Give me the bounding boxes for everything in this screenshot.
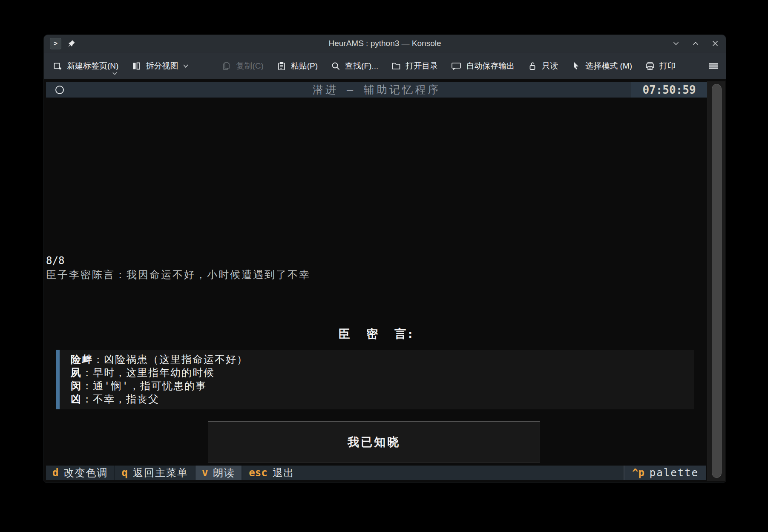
- unlock-icon: [527, 61, 538, 71]
- printer-icon: [645, 61, 655, 71]
- konsole-app-icon: >: [50, 38, 61, 49]
- paste-label: 粘贴(P): [291, 60, 318, 72]
- new-tab-menu-arrow-icon: [112, 72, 118, 75]
- paste-button[interactable]: 粘贴(P): [276, 60, 318, 72]
- note-desc: ：早时，这里指年幼的时候: [82, 367, 215, 379]
- new-tab-button[interactable]: 新建标签页(N): [52, 60, 118, 72]
- print-label: 打印: [659, 60, 676, 72]
- find-button[interactable]: 查找(F)...: [331, 60, 378, 72]
- close-button[interactable]: [710, 39, 720, 48]
- minimize-button[interactable]: [671, 39, 681, 48]
- footer-binding-change-theme[interactable]: d 改变色调: [46, 466, 114, 480]
- read-only-button[interactable]: 只读: [527, 60, 558, 72]
- note-term: 险衅: [71, 354, 93, 365]
- autosave-output-button[interactable]: 自动保存输出: [451, 60, 515, 72]
- tui-header: 潜进 – 辅助记忆程序 07:50:59: [46, 82, 707, 98]
- note-line: 夙：早时，这里指年幼的时候: [71, 366, 694, 380]
- prompt-sentence: 臣子李密陈言：我因命运不好，小时候遭遇到了不幸: [46, 268, 311, 282]
- paste-icon: [276, 61, 287, 71]
- key-label: 朗读: [213, 466, 235, 480]
- acknowledge-button[interactable]: 我已知晓: [208, 421, 540, 463]
- acknowledge-button-label: 我已知晓: [348, 434, 400, 450]
- verse-line: 臣 密 言:: [46, 326, 707, 342]
- footer-binding-read-aloud[interactable]: v 朗读: [195, 466, 242, 480]
- key-badge: v: [202, 466, 208, 480]
- output-bubble-icon: [451, 61, 462, 71]
- footer-spacer: [301, 466, 624, 480]
- print-button[interactable]: 打印: [645, 60, 676, 72]
- titlebar: > HeurAMS : python3 — Konsole: [44, 35, 726, 52]
- autosave-output-label: 自动保存输出: [466, 60, 515, 72]
- new-tab-icon: [52, 61, 63, 71]
- footer-binding-quit[interactable]: esc 退出: [242, 466, 301, 480]
- select-mode-label: 选择模式 (M): [585, 60, 632, 72]
- key-badge: ^p: [632, 466, 644, 480]
- new-tab-label: 新建标签页(N): [67, 60, 118, 72]
- key-badge: esc: [249, 466, 267, 480]
- footer-binding-palette[interactable]: ^p palette: [624, 466, 706, 480]
- split-view-chevron-icon: [182, 63, 189, 69]
- note-desc: ：通'悯'，指可忧患的事: [82, 380, 207, 392]
- terminal-area: 潜进 – 辅助记忆程序 07:50:59 8/8 臣子李密陈言：我因命运不好，小…: [44, 79, 726, 483]
- copy-icon: [221, 61, 232, 71]
- tui-app-title: 潜进 – 辅助记忆程序: [46, 82, 707, 98]
- folder-icon: [391, 61, 401, 71]
- split-view-label: 拆分视图: [146, 60, 178, 72]
- hamburger-icon: [708, 61, 719, 71]
- toolbar: 新建标签页(N) 拆分视图 复制(C): [44, 52, 726, 79]
- split-view-icon: [131, 61, 141, 71]
- note-line: 闵：通'悯'，指可忧患的事: [71, 380, 694, 393]
- copy-label: 复制(C): [236, 60, 263, 72]
- key-label: palette: [650, 466, 699, 480]
- note-line: 险衅：凶险祸患（这里指命运不好）: [71, 353, 694, 366]
- key-label: 返回主菜单: [133, 466, 188, 480]
- note-term: 凶: [71, 393, 82, 405]
- search-icon: [331, 61, 341, 71]
- select-mode-button[interactable]: 选择模式 (M): [571, 60, 632, 72]
- cursor-icon: [571, 61, 581, 71]
- note-desc: ：不幸，指丧父: [82, 393, 159, 405]
- key-label: 改变色调: [63, 466, 108, 480]
- hamburger-menu-button[interactable]: [708, 61, 719, 71]
- note-desc: ：凶险祸患（这里指命运不好）: [93, 354, 248, 365]
- key-label: 退出: [273, 466, 295, 480]
- note-line: 凶：不幸，指丧父: [71, 393, 694, 406]
- split-view-button[interactable]: 拆分视图: [131, 60, 189, 72]
- footer-binding-main-menu[interactable]: q 返回主菜单: [114, 466, 194, 480]
- read-only-label: 只读: [542, 60, 558, 72]
- note-term: 闵: [71, 380, 82, 392]
- key-badge: d: [52, 466, 58, 480]
- key-badge: q: [121, 466, 127, 480]
- scrollbar-track[interactable]: [708, 81, 725, 481]
- scrollbar-thumb[interactable]: [712, 84, 722, 478]
- tui-footer: d 改变色调 q 返回主菜单 v 朗读 esc 退出 ^p palette: [46, 466, 706, 480]
- note-term: 夙: [71, 367, 82, 379]
- progress-counter: 8/8: [46, 255, 64, 267]
- tui-clock: 07:50:59: [631, 82, 707, 98]
- pin-icon[interactable]: [67, 39, 76, 48]
- app-icon-glyph: >: [54, 40, 58, 47]
- konsole-window: > HeurAMS : python3 — Konsole: [43, 35, 726, 483]
- find-label: 查找(F)...: [345, 60, 378, 72]
- open-directory-label: 打开目录: [406, 60, 438, 72]
- copy-button: 复制(C): [221, 60, 263, 72]
- window-title: HeurAMS : python3 — Konsole: [44, 39, 726, 48]
- annotation-panel: 险衅：凶险祸患（这里指命运不好） 夙：早时，这里指年幼的时候 闵：通'悯'，指可…: [56, 350, 694, 409]
- maximize-button[interactable]: [691, 39, 700, 48]
- open-directory-button[interactable]: 打开目录: [391, 60, 438, 72]
